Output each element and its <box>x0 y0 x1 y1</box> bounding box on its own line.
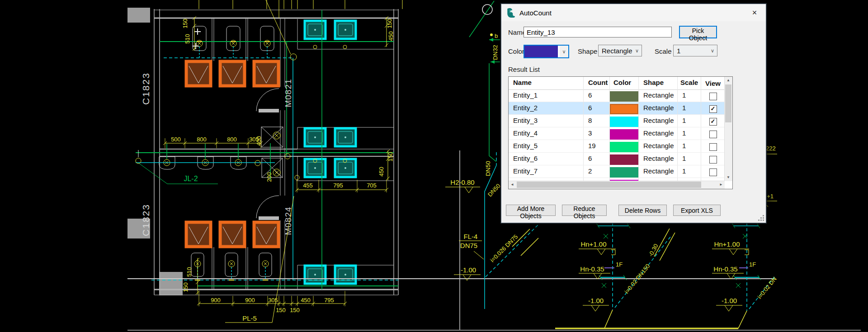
result-row[interactable]: Entity_72Rectangle1 <box>509 165 725 178</box>
shower-tray <box>220 61 245 86</box>
delete-rows-button[interactable]: Delete Rows <box>618 205 667 216</box>
door-leaf <box>259 216 279 220</box>
result-row[interactable]: Entity_66Rectangle1 <box>509 153 725 165</box>
row-shape-cell: Rectangle <box>639 115 678 127</box>
result-list-label: Result List <box>508 65 540 73</box>
dim-text: 510 <box>184 34 191 44</box>
view-checkbox[interactable] <box>709 156 717 164</box>
result-row[interactable]: Entity_519Rectangle1 <box>509 140 725 153</box>
view-checkbox[interactable]: ✓ <box>709 118 717 126</box>
dim-text: 400 <box>255 136 262 146</box>
pipe-label-dn50: DN50 <box>485 161 491 176</box>
level-label: Hn-0.35 <box>580 265 604 273</box>
cad-viewport: 500 800 800 305 455 795 705 900 900 305 … <box>0 0 868 332</box>
dim-text: 510 <box>186 267 193 277</box>
dim-text: 500 <box>171 136 181 143</box>
dim-text: 455 <box>303 182 313 189</box>
column-header-shape[interactable]: Shape <box>639 77 678 89</box>
dialog-titlebar[interactable]: AutoCount × <box>501 4 766 21</box>
close-icon[interactable]: × <box>749 7 760 19</box>
row-view-cell: ✓ <box>701 115 725 127</box>
result-row[interactable]: Entity_26Rectangle1✓ <box>509 102 725 115</box>
dim-text: 450 <box>301 297 311 304</box>
dim-text: 200 <box>266 172 273 182</box>
view-checkbox[interactable] <box>709 143 717 151</box>
row-name-cell: Entity_3 <box>509 115 584 127</box>
room-label: C1823 <box>141 204 151 236</box>
view-checkbox[interactable] <box>709 131 717 138</box>
level-label: Hn-0.35 <box>713 265 737 273</box>
view-checkbox[interactable] <box>709 168 717 176</box>
horizontal-scroll-thumb[interactable] <box>517 182 701 188</box>
row-scale-cell: 1 <box>678 102 701 114</box>
row-color-cell <box>610 140 639 152</box>
add-more-objects-button[interactable]: Add More Objects <box>506 205 556 216</box>
row-shape-cell: Rectangle <box>639 165 678 178</box>
export-xls-button[interactable]: Export XLS <box>673 205 721 216</box>
resize-grip[interactable] <box>763 220 764 221</box>
scroll-left-icon[interactable]: ◄ <box>509 181 516 188</box>
level-label: -1.00 <box>461 266 476 274</box>
result-row[interactable]: Entity_16Rectangle1 <box>509 89 725 102</box>
row-color-cell <box>610 115 639 127</box>
autocount-logo-icon <box>506 8 516 18</box>
pick-object-button[interactable]: Pick Object <box>679 26 717 38</box>
row-name-cell: Entity_2 <box>509 102 584 114</box>
column-header-color[interactable]: Color <box>610 77 639 89</box>
vertical-scrollbar[interactable]: ▲ ▼ <box>724 77 732 181</box>
view-checkbox[interactable]: ✓ <box>709 105 717 113</box>
row-count-cell: 6 <box>584 153 610 165</box>
shower-tray <box>254 61 278 86</box>
door-label: M0821 <box>283 79 293 107</box>
view-checkbox[interactable] <box>709 93 717 100</box>
floor-label: 1F <box>616 261 623 268</box>
result-rows: Entity_16Rectangle1Entity_26Rectangle1✓E… <box>509 89 725 181</box>
dim-text: 900 <box>245 297 255 304</box>
column-header-scale[interactable]: Scale <box>678 77 701 89</box>
shower-tray <box>220 222 245 247</box>
row-name-cell: Entity_7 <box>509 165 584 178</box>
scroll-right-icon[interactable]: ► <box>717 181 725 188</box>
column-header-name[interactable]: Name <box>509 77 584 89</box>
chevron-down-icon[interactable]: ∨ <box>560 46 568 57</box>
scale-select[interactable]: 1 ∨ <box>673 45 717 56</box>
shape-select[interactable]: Rectangle ∨ <box>598 45 642 56</box>
chevron-down-icon: ∨ <box>635 48 639 54</box>
scroll-down-icon[interactable]: ▼ <box>725 174 732 181</box>
color-dropdown[interactable]: ∨ <box>524 45 569 58</box>
sink <box>335 128 356 146</box>
table-header-row: Name Count Color Shape Scale View <box>509 77 732 90</box>
column-header-count[interactable]: Count <box>584 77 610 89</box>
scroll-up-icon[interactable]: ▲ <box>725 77 732 84</box>
result-row[interactable]: Entity_38Rectangle1✓ <box>509 115 725 127</box>
text-fragment: b <box>495 33 498 39</box>
room-label: C1823 <box>141 72 151 105</box>
valve-icon <box>482 5 492 14</box>
sink <box>305 159 326 177</box>
dim-text: 150 <box>182 19 189 28</box>
dim-text: 705 <box>367 182 377 189</box>
autocount-dialog: AutoCount × Name Pick Object Color ∨ Sha… <box>501 4 766 223</box>
row-color-chip <box>610 142 638 152</box>
row-color-cell <box>610 102 639 114</box>
slope-label: i=0.02 DN <box>756 276 778 300</box>
horizontal-scrollbar[interactable]: ◄ ► <box>509 181 725 189</box>
row-name-cell: Entity_1 <box>509 89 584 102</box>
reduce-objects-button[interactable]: Reduce Objects <box>562 205 607 216</box>
dim-text: 900 <box>211 297 221 304</box>
dim-text: 150 <box>290 307 300 313</box>
wall-block <box>127 8 150 23</box>
row-count-cell: 6 <box>584 102 610 114</box>
row-color-chip <box>610 91 638 102</box>
column-header-view[interactable]: View <box>701 77 725 89</box>
name-input[interactable] <box>524 27 672 37</box>
row-scale-cell: 1 <box>678 165 701 178</box>
scale-select-value: 1 <box>677 47 680 55</box>
row-view-cell <box>701 153 725 165</box>
vertical-scroll-thumb[interactable] <box>725 84 731 122</box>
sink <box>335 159 356 177</box>
level-label: Hn+1.00 <box>714 240 740 248</box>
dim-text: 450 <box>378 167 385 177</box>
sink <box>305 128 326 146</box>
result-row[interactable]: Entity_43Rectangle1 <box>509 127 725 140</box>
